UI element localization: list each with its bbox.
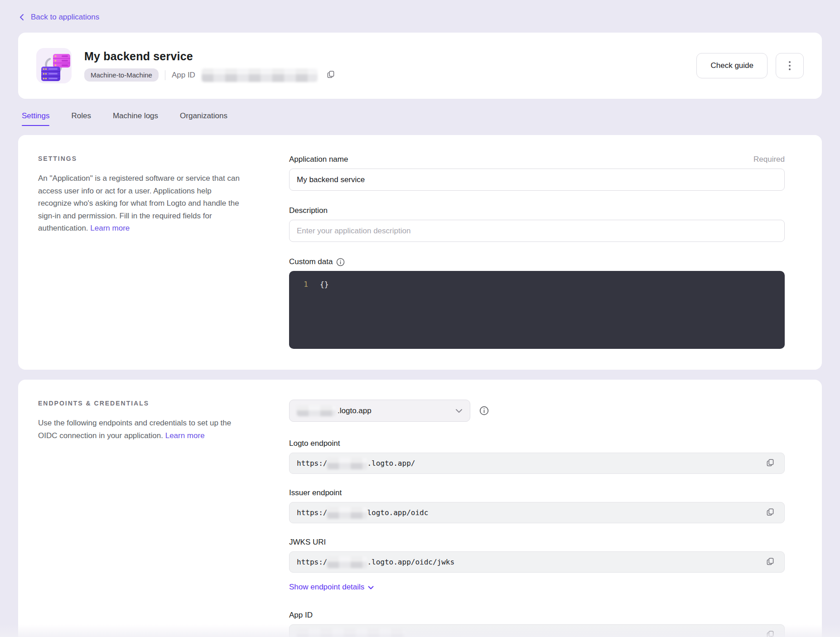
jwks-uri-label: JWKS URI bbox=[289, 538, 785, 547]
tab-organizations[interactable]: Organizations bbox=[180, 111, 227, 126]
check-guide-button[interactable]: Check guide bbox=[696, 53, 768, 78]
endpoints-learn-more-link[interactable]: Learn more bbox=[165, 431, 205, 440]
endpoint-redacted-segment bbox=[327, 458, 367, 469]
copy-icon bbox=[766, 630, 774, 637]
custom-data-field-group: Custom data 1 {} bbox=[289, 257, 785, 349]
application-header-card: My backend service Machine-to-Machine Ap… bbox=[18, 33, 822, 99]
application-type-badge: Machine-to-Machine bbox=[84, 68, 159, 82]
back-chevron-icon bbox=[19, 14, 25, 21]
tab-machine-logs[interactable]: Machine logs bbox=[113, 111, 158, 126]
line-number: 1 bbox=[289, 280, 308, 289]
logto-endpoint-label: Logto endpoint bbox=[289, 439, 785, 448]
custom-data-label: Custom data bbox=[289, 257, 345, 266]
description-field-group: Description bbox=[289, 206, 785, 242]
app-id-field-label: App ID bbox=[289, 611, 785, 620]
tab-settings[interactable]: Settings bbox=[22, 111, 49, 126]
custom-data-code-editor[interactable]: 1 {} bbox=[289, 271, 785, 349]
copy-issuer-endpoint-button[interactable] bbox=[763, 506, 777, 520]
endpoint-redacted-segment bbox=[327, 507, 367, 519]
select-chevron-down-icon bbox=[455, 409, 463, 413]
domain-select-value: .logto.app bbox=[338, 406, 372, 415]
app-id-field-value bbox=[289, 624, 785, 637]
info-icon[interactable] bbox=[479, 406, 489, 415]
application-name-label: Application name bbox=[289, 155, 348, 164]
application-detail-page: Back to applications bbox=[0, 0, 840, 637]
settings-section-card: SETTINGS An "Application" is a registere… bbox=[18, 135, 822, 370]
page-title: My backend service bbox=[84, 50, 338, 63]
machine-to-machine-app-icon bbox=[36, 48, 72, 83]
code-content: {} bbox=[320, 280, 328, 289]
domain-select-row: .logto.app bbox=[289, 400, 785, 422]
domain-select[interactable]: .logto.app bbox=[289, 400, 470, 422]
domain-redacted-prefix bbox=[297, 405, 336, 416]
issuer-endpoint-label: Issuer endpoint bbox=[289, 488, 785, 497]
endpoints-section-heading: ENDPOINTS & CREDENTIALS bbox=[38, 400, 243, 407]
header-actions: Check guide bbox=[696, 53, 804, 78]
tab-roles[interactable]: Roles bbox=[71, 111, 91, 126]
application-tabs: Settings Roles Machine logs Organization… bbox=[22, 111, 822, 126]
description-input[interactable] bbox=[289, 220, 785, 242]
more-actions-button[interactable] bbox=[776, 53, 804, 78]
copy-jwks-uri-button[interactable] bbox=[763, 555, 777, 569]
application-name-input[interactable] bbox=[289, 169, 785, 191]
logto-endpoint-value: https:/ .logto.app/ bbox=[289, 453, 785, 474]
endpoints-section-aside: ENDPOINTS & CREDENTIALS Use the followin… bbox=[38, 400, 243, 637]
endpoint-redacted-segment bbox=[327, 556, 367, 568]
endpoints-section-card: ENDPOINTS & CREDENTIALS Use the followin… bbox=[18, 380, 822, 637]
copy-icon bbox=[327, 70, 335, 80]
endpoints-form: .logto.app Logto endpoint https:/ .logto… bbox=[289, 400, 785, 637]
application-name-field-group: Application name Required bbox=[289, 155, 785, 191]
settings-learn-more-link[interactable]: Learn more bbox=[90, 224, 130, 232]
description-label: Description bbox=[289, 206, 328, 215]
app-id-redacted-value bbox=[202, 68, 318, 82]
app-id-field-group: App ID bbox=[289, 611, 785, 637]
settings-section-aside: SETTINGS An "Application" is a registere… bbox=[38, 155, 243, 349]
issuer-endpoint-value: https:/ logto.app/oidc bbox=[289, 502, 785, 523]
app-id-redacted-segment bbox=[297, 629, 405, 637]
settings-section-heading: SETTINGS bbox=[38, 155, 243, 162]
code-line: 1 {} bbox=[289, 280, 785, 289]
copy-logto-endpoint-button[interactable] bbox=[763, 457, 777, 470]
settings-section-description: An "Application" is a registered softwar… bbox=[38, 172, 243, 235]
application-header-info: My backend service Machine-to-Machine Ap… bbox=[84, 50, 338, 82]
vertical-ellipsis-icon bbox=[789, 61, 791, 70]
required-tag: Required bbox=[753, 155, 785, 164]
application-meta-row: Machine-to-Machine App ID bbox=[84, 68, 338, 82]
chevron-down-icon bbox=[368, 583, 374, 592]
jwks-uri-value: https:/ .logto.app/oidc/jwks bbox=[289, 551, 785, 573]
copy-icon bbox=[766, 557, 774, 567]
endpoints-section-description: Use the following endpoints and credenti… bbox=[38, 417, 243, 442]
settings-form: Application name Required Description Cu… bbox=[289, 155, 785, 349]
copy-app-id-button[interactable] bbox=[324, 68, 338, 82]
back-to-applications-link[interactable]: Back to applications bbox=[18, 11, 100, 24]
meta-divider bbox=[165, 70, 165, 80]
copy-icon bbox=[766, 508, 774, 517]
back-link-label: Back to applications bbox=[31, 13, 99, 22]
show-endpoint-details-link[interactable]: Show endpoint details bbox=[289, 583, 374, 592]
copy-app-id-field-button[interactable] bbox=[763, 628, 777, 637]
copy-icon bbox=[766, 458, 774, 468]
info-icon[interactable] bbox=[336, 258, 345, 266]
app-id-label: App ID bbox=[172, 71, 195, 80]
